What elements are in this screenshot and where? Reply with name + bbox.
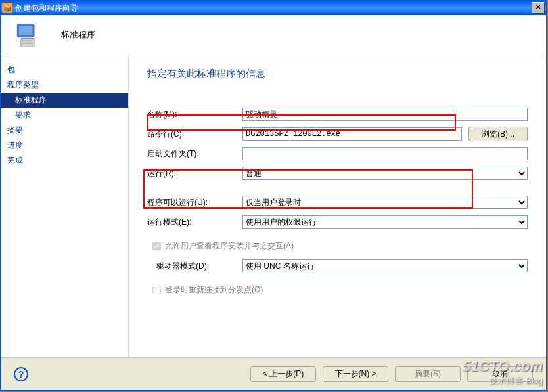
prev-button[interactable]: < 上一步(P) [250, 366, 316, 382]
nav-item-complete[interactable]: 完成 [1, 153, 128, 168]
svg-rect-4 [22, 42, 33, 43]
reconnect-row: 登录时重新连接到分发点(O) [147, 278, 528, 302]
drive-label: 驱动器模式(D): [156, 261, 242, 272]
help-icon[interactable]: ? [14, 367, 28, 381]
name-label: 名称(M): [147, 109, 242, 120]
name-input[interactable] [242, 108, 528, 121]
run-select[interactable]: 普通 [242, 167, 528, 180]
svg-rect-2 [21, 38, 34, 47]
command-input[interactable] [242, 127, 462, 141]
close-button[interactable]: ✕ [532, 2, 545, 14]
header-title: 标准程序 [61, 29, 95, 41]
drive-select[interactable]: 使用 UNC 名称运行 [242, 259, 528, 272]
startup-label: 启动文件夹(T): [147, 148, 242, 160]
content-pane: 指定有关此标准程序的信息 名称(M): 命令行(C): 浏览(B)... 启动文… [129, 54, 546, 357]
run-label: 运行(R): [147, 168, 242, 179]
nav-sidebar: 包 程序类型 标准程序 要求 摘要 进度 完成 [1, 54, 129, 357]
nav-item-requirements[interactable]: 要求 [1, 108, 128, 123]
nav-item-summary[interactable]: 摘要 [1, 123, 128, 138]
summary-button: 摘要(S) [395, 366, 461, 382]
command-label: 命令行(C): [147, 129, 242, 140]
allow-interact-label: 允许用户查看程序安装并与之交互(A) [165, 240, 294, 251]
nav-item-program-type[interactable]: 程序类型 [1, 77, 128, 93]
runmode-select[interactable]: 使用用户的权限运行 [242, 215, 528, 229]
browse-button[interactable]: 浏览(B)... [468, 127, 528, 141]
canrun-select[interactable]: 仅当用户登录时 [242, 196, 528, 209]
allow-interact-checkbox [152, 242, 161, 250]
window-title: 创建包和程序向导 [15, 3, 532, 14]
footer-bar: ? < 上一步(P) 下一步(N) > 摘要(S) 取消 [1, 357, 546, 390]
nav-item-progress[interactable]: 进度 [1, 138, 128, 153]
content-title: 指定有关此标准程序的信息 [147, 68, 528, 80]
title-bar: 📦 创建包和程序向导 ✕ [1, 1, 546, 15]
canrun-label: 程序可以运行(U): [147, 197, 242, 208]
startup-input[interactable] [242, 147, 528, 160]
nav-item-package[interactable]: 包 [1, 62, 128, 77]
nav-item-standard-program[interactable]: 标准程序 [1, 93, 128, 108]
app-icon: 📦 [2, 3, 12, 13]
svg-rect-1 [19, 26, 32, 35]
reconnect-label: 登录时重新连接到分发点(O) [165, 284, 263, 295]
computer-icon [12, 20, 41, 49]
header-banner: 标准程序 [1, 15, 546, 54]
next-button[interactable]: 下一步(N) > [323, 366, 388, 382]
allow-interact-row: 允许用户查看程序安装并与之交互(A) [147, 234, 528, 258]
wizard-window: 📦 创建包和程序向导 ✕ 标准程序 包 程序类型 标准程序 要求 摘要 进度 完… [0, 0, 547, 391]
wizard-body: 包 程序类型 标准程序 要求 摘要 进度 完成 指定有关此标准程序的信息 名称(… [1, 54, 546, 357]
svg-rect-3 [22, 40, 33, 41]
cancel-button[interactable]: 取消 [467, 366, 533, 382]
runmode-label: 运行模式(E): [147, 217, 242, 228]
reconnect-checkbox [152, 286, 161, 294]
